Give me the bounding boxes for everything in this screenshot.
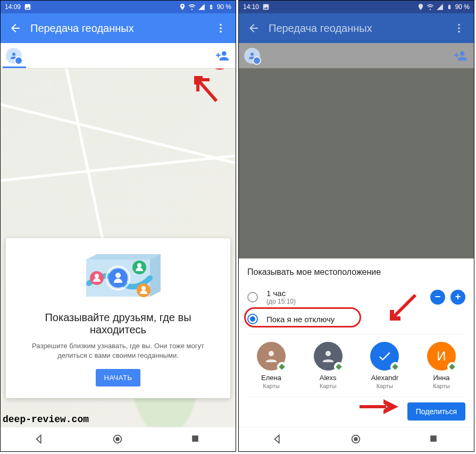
contact-avatar: [314, 342, 343, 371]
nav-home-button[interactable]: [350, 433, 363, 446]
contact-name: Елена: [247, 374, 295, 382]
onboarding-title: Показывайте друзьям, где вы находитесь: [16, 312, 220, 336]
onboarding-card: Показывайте друзьям, где вы находитесь Р…: [6, 238, 230, 398]
contact-source: Карты: [304, 383, 352, 389]
option-label: 1 час: [266, 289, 296, 298]
contact-source: Карты: [361, 383, 408, 389]
svg-rect-36: [430, 435, 437, 442]
svg-point-29: [395, 366, 397, 368]
self-avatar[interactable]: [6, 48, 22, 64]
svg-rect-18: [192, 435, 198, 442]
svg-point-2: [220, 31, 222, 33]
svg-point-1: [220, 27, 222, 29]
nav-recents-button[interactable]: [428, 433, 441, 446]
contact-avatar: И: [427, 342, 456, 371]
duration-option-1hour[interactable]: 1 час (до 15:10) − +: [247, 284, 465, 309]
contact-item[interactable]: AlexandrКарты: [361, 342, 408, 389]
annotation-circle: [208, 69, 231, 70]
status-bar: 14:09 90 %: [1, 1, 236, 13]
map-area[interactable]: Показывайте друзьям, где вы находитесь Р…: [1, 69, 236, 427]
avatar-row: [239, 43, 474, 69]
duration-option-until-off[interactable]: Пока я не отключу: [247, 309, 465, 329]
contact-name: Alexs: [304, 374, 352, 382]
nav-back-button[interactable]: [272, 433, 285, 446]
app-bar-title: Передача геоданных: [269, 22, 372, 35]
contact-avatar: [257, 342, 286, 371]
maps-badge-icon: [334, 362, 344, 372]
wifi-icon: [188, 3, 196, 11]
divider: [247, 334, 465, 334]
system-nav-bar: [1, 427, 236, 451]
cell-icon: [436, 3, 444, 11]
contact-item[interactable]: AlexsКарты: [304, 342, 352, 389]
nav-back-button[interactable]: [34, 433, 46, 446]
svg-point-35: [354, 437, 357, 441]
annotation-arrow: [190, 72, 222, 109]
status-bar: 14:10 90 %: [239, 1, 474, 13]
svg-point-12: [137, 263, 141, 267]
back-button[interactable]: [5, 18, 26, 39]
app-bar: Передача геоданных: [1, 13, 236, 43]
radio-checked-icon: [247, 314, 258, 324]
svg-point-22: [269, 351, 274, 356]
share-button[interactable]: Поделиться: [407, 402, 465, 421]
svg-point-20: [458, 27, 460, 29]
nav-recents-button[interactable]: [190, 433, 203, 446]
battery-icon: [446, 3, 453, 11]
radio-unchecked-icon: [247, 292, 258, 302]
maps-badge-icon: [447, 362, 457, 372]
overflow-menu-button[interactable]: [210, 18, 231, 39]
contact-name: Alexandr: [361, 374, 408, 382]
onboarding-body: Разрешите близким узнавать, где вы. Они …: [16, 341, 220, 360]
phone-screenshot-left: 14:09 90 % Передача геоданных: [0, 0, 236, 452]
svg-point-24: [281, 366, 283, 368]
svg-point-0: [220, 24, 222, 26]
svg-point-31: [451, 366, 453, 368]
svg-point-10: [95, 274, 99, 278]
onboarding-illustration: [16, 249, 220, 307]
start-button[interactable]: НАЧАТЬ: [96, 369, 141, 386]
location-icon: [179, 3, 186, 11]
svg-marker-15: [194, 76, 203, 85]
status-battery-pct: 90 %: [455, 3, 470, 11]
svg-marker-5: [150, 254, 161, 297]
contact-avatar: [370, 342, 399, 371]
watermark: deep-review.com: [3, 414, 89, 425]
contact-source: Карты: [417, 383, 465, 389]
app-bar: Передача геоданных: [239, 13, 474, 43]
status-battery-pct: 90 %: [217, 3, 231, 11]
location-icon: [417, 3, 424, 11]
increase-button[interactable]: +: [450, 290, 465, 305]
svg-marker-4: [86, 254, 161, 259]
add-person-button[interactable]: [214, 48, 230, 64]
svg-point-25: [325, 351, 331, 356]
svg-point-14: [141, 286, 146, 290]
contact-source: Карты: [247, 383, 295, 389]
decrease-button[interactable]: −: [430, 290, 445, 305]
share-bottom-sheet: Показывать мое местоположение 1 час (до …: [239, 258, 474, 427]
self-tab-indicator: [3, 66, 26, 68]
app-bar-title: Передача геоданных: [30, 22, 134, 35]
sheet-heading: Показывать мое местоположение: [247, 267, 465, 277]
system-nav-bar: [239, 427, 474, 451]
back-button[interactable]: [243, 18, 264, 39]
option-label: Пока я не отключу: [266, 315, 335, 324]
contact-item[interactable]: ЕленаКарты: [247, 342, 295, 389]
nav-home-button[interactable]: [112, 433, 124, 446]
avatar-row: [1, 43, 236, 69]
status-time: 14:10: [243, 3, 259, 11]
self-avatar: [244, 48, 260, 64]
overflow-menu-button[interactable]: [448, 18, 470, 39]
svg-point-21: [458, 31, 460, 33]
contact-item[interactable]: ИИннаКарты: [417, 342, 465, 389]
image-icon: [262, 3, 270, 11]
status-time: 14:09: [5, 3, 21, 11]
wifi-icon: [427, 3, 434, 11]
phone-screenshot-right: 14:10 90 % Передача геоданных: [238, 0, 474, 452]
maps-badge-icon: [277, 362, 287, 372]
maps-badge-icon: [390, 362, 400, 372]
add-person-button: [453, 48, 469, 64]
contact-name: Инна: [417, 374, 465, 382]
svg-point-17: [115, 437, 119, 441]
image-icon: [24, 3, 31, 11]
